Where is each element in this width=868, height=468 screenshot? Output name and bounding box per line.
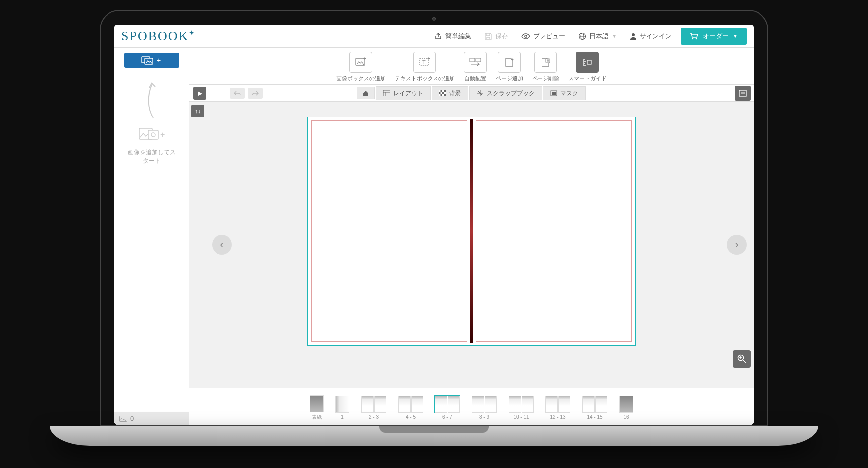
mask-icon bbox=[550, 90, 557, 96]
tab-mask-label: マスク bbox=[560, 89, 578, 98]
chevron-down-icon: ▼ bbox=[612, 33, 617, 39]
add-image-box-label: 画像ボックスの追加 bbox=[336, 75, 386, 82]
side-toggle-button[interactable]: ▶ bbox=[193, 87, 206, 100]
redo-button[interactable] bbox=[248, 88, 263, 99]
eye-icon bbox=[521, 33, 530, 40]
checker-icon bbox=[439, 90, 446, 96]
page-thumb-label: 12 - 13 bbox=[550, 414, 565, 420]
header-bar: SPOBOOK✦ 簡単編集 保存 プレビュー bbox=[114, 25, 754, 48]
page-thumb[interactable]: 表紙 bbox=[309, 395, 324, 421]
svg-rect-31 bbox=[442, 94, 444, 96]
side-hint: + 画像を追加してス タート bbox=[114, 71, 189, 412]
svg-rect-19 bbox=[470, 58, 475, 62]
smart-guide-label: スマートガイド bbox=[568, 75, 607, 82]
prev-page-button[interactable]: ‹ bbox=[212, 235, 232, 255]
order-button[interactable]: オーダー ▼ bbox=[681, 28, 747, 45]
svg-rect-20 bbox=[476, 58, 481, 62]
page-thumb-label: 1 bbox=[341, 414, 344, 420]
page-thumb-label: 4 - 5 bbox=[406, 414, 416, 420]
add-photos-button[interactable]: + bbox=[124, 53, 179, 68]
svg-point-4 bbox=[692, 38, 694, 39]
auto-layout-label: 自動配置 bbox=[464, 75, 486, 82]
side-hint-text: 画像を追加してス タート bbox=[128, 148, 176, 165]
logo-sparkle-icon: ✦ bbox=[189, 29, 196, 37]
page-thumb[interactable]: 12 - 13 bbox=[545, 395, 571, 420]
svg-rect-23 bbox=[587, 60, 591, 64]
canvas[interactable]: ↑↓ ‹ › bbox=[189, 102, 754, 388]
add-image-box-button[interactable]: + 画像ボックスの追加 bbox=[336, 52, 386, 82]
tab-scrapbook[interactable]: スクラップブック bbox=[469, 86, 542, 100]
svg-point-5 bbox=[696, 38, 697, 39]
svg-rect-26 bbox=[439, 90, 441, 92]
app-logo: SPOBOOK✦ bbox=[121, 29, 196, 44]
page-thumb-label: 10 - 11 bbox=[513, 414, 529, 420]
photo-placeholder-icon: + bbox=[138, 125, 165, 143]
language-dropdown[interactable]: 日本語 ▼ bbox=[574, 30, 621, 43]
page-thumb[interactable]: 16 bbox=[619, 395, 634, 420]
svg-text:T: T bbox=[422, 59, 426, 65]
svg-rect-33 bbox=[552, 92, 556, 95]
camera-dot bbox=[432, 17, 436, 21]
save-button[interactable]: 保存 bbox=[480, 30, 512, 43]
reorder-button[interactable]: ↑↓ bbox=[191, 105, 204, 117]
tab-home[interactable] bbox=[357, 87, 375, 99]
smart-guide-button[interactable]: スマートガイド bbox=[568, 52, 607, 82]
svg-rect-29 bbox=[444, 92, 446, 94]
cart-icon bbox=[690, 33, 699, 40]
language-label: 日本語 bbox=[589, 32, 609, 41]
page-thumb[interactable]: 6 - 7 bbox=[434, 395, 460, 420]
svg-point-0 bbox=[525, 35, 527, 37]
share-icon bbox=[434, 32, 442, 40]
tab-layout[interactable]: レイアウト bbox=[376, 86, 431, 100]
logo-text: SPOBOOK bbox=[121, 29, 189, 43]
left-page[interactable] bbox=[311, 120, 467, 342]
book-spread[interactable] bbox=[307, 117, 636, 346]
page-thumb[interactable]: 14 - 15 bbox=[582, 395, 608, 420]
svg-text:+: + bbox=[160, 130, 165, 139]
signin-button[interactable]: サインイン bbox=[626, 30, 676, 43]
easy-edit-button[interactable]: 簡単編集 bbox=[431, 30, 475, 43]
page-thumbnail-strip: 表紙12 - 34 - 56 - 78 - 910 - 1112 - 1314 … bbox=[189, 388, 754, 425]
tab-background[interactable]: 背景 bbox=[432, 86, 468, 100]
page-thumb[interactable]: 2 - 3 bbox=[361, 395, 387, 420]
app-screen: SPOBOOK✦ 簡単編集 保存 プレビュー bbox=[114, 25, 754, 425]
svg-rect-13 bbox=[120, 416, 127, 421]
svg-rect-34 bbox=[739, 90, 746, 96]
delete-page-button[interactable]: ページ削除 bbox=[532, 52, 559, 82]
image-count: 0 bbox=[130, 415, 134, 422]
add-page-button[interactable]: + ページ追加 bbox=[496, 52, 523, 82]
curved-arrow-icon bbox=[144, 81, 159, 120]
page-thumb[interactable]: 10 - 11 bbox=[508, 395, 534, 420]
floppy-icon bbox=[484, 32, 492, 40]
tab-background-label: 背景 bbox=[449, 89, 461, 98]
svg-rect-28 bbox=[441, 92, 443, 94]
page-thumb-label: 16 bbox=[623, 414, 629, 420]
page-thumb[interactable]: 1 bbox=[335, 395, 350, 420]
page-thumb[interactable]: 8 - 9 bbox=[471, 395, 497, 420]
easy-edit-label: 簡単編集 bbox=[445, 32, 471, 41]
properties-panel-button[interactable] bbox=[735, 86, 751, 101]
page-thumb-label: 6 - 7 bbox=[442, 414, 452, 420]
page-thumb[interactable]: 4 - 5 bbox=[398, 395, 424, 420]
svg-rect-24 bbox=[383, 90, 390, 96]
right-page[interactable] bbox=[476, 120, 632, 342]
hint-line-2: タート bbox=[128, 157, 176, 165]
add-page-label: ページ追加 bbox=[496, 75, 523, 82]
photos-plus-icon: + bbox=[141, 55, 163, 65]
home-icon bbox=[362, 90, 369, 97]
add-text-box-button[interactable]: T+ テキストボックスの追加 bbox=[395, 52, 455, 82]
laptop-frame: SPOBOOK✦ 簡単編集 保存 プレビュー bbox=[100, 10, 768, 426]
svg-text:+: + bbox=[511, 57, 514, 62]
preview-button[interactable]: プレビュー bbox=[517, 30, 569, 43]
tab-mask[interactable]: マスク bbox=[543, 86, 586, 100]
zoom-button[interactable] bbox=[733, 350, 751, 368]
auto-layout-button[interactable]: 自動配置 bbox=[464, 52, 487, 82]
tab-layout-label: レイアウト bbox=[393, 89, 423, 98]
next-page-button[interactable]: › bbox=[727, 235, 747, 255]
layout-icon bbox=[383, 90, 390, 96]
main-toolbar: + 画像ボックスの追加 T+ テキストボックスの追加 自動配置 + ページ追加 bbox=[189, 48, 754, 85]
image-count-bar: 0 bbox=[114, 412, 189, 425]
undo-button[interactable] bbox=[230, 88, 245, 99]
image-icon bbox=[119, 416, 127, 422]
hint-line-1: 画像を追加してス bbox=[128, 148, 176, 157]
